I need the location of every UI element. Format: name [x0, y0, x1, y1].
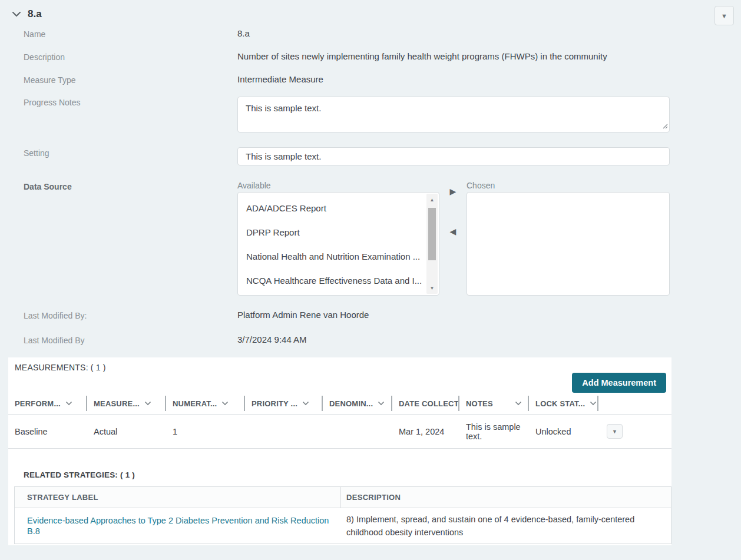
last-modified-date-value: 3/7/2024 9:44 AM — [237, 334, 670, 345]
column-header-measure[interactable]: MEASURE... — [87, 393, 166, 414]
transfer-arrows: ▶ ◀ — [439, 181, 467, 296]
cell-denominator — [323, 428, 392, 435]
column-header-notes[interactable]: NOTES — [459, 393, 529, 414]
last-modified-date-label: Last Modified By — [24, 334, 237, 345]
setting-label: Setting — [24, 147, 237, 165]
column-header-actions — [598, 393, 671, 414]
related-strategies-table-header: STRATEGY LABEL DESCRIPTION — [15, 487, 671, 508]
chosen-listbox[interactable] — [467, 192, 670, 296]
sort-chevron-icon[interactable] — [221, 401, 229, 406]
collapse-chevron-icon[interactable] — [12, 11, 21, 17]
available-listbox[interactable]: ADA/ADCES Report DPRP Report National He… — [237, 192, 439, 296]
list-item[interactable]: DPRP Report — [238, 220, 439, 244]
column-header-priority[interactable]: PRIORITY ... — [245, 393, 323, 414]
related-strategies-table: STRATEGY LABEL DESCRIPTION Evidence-base… — [14, 486, 671, 544]
cell-notes: This is sample text. — [459, 419, 529, 445]
name-label: Name — [24, 28, 237, 39]
progress-notes-textarea[interactable]: This is sample text. — [237, 97, 670, 132]
description-value: Number of sites newly implementing famil… — [237, 51, 670, 62]
sort-chevron-icon[interactable] — [302, 401, 309, 406]
column-header-denominator[interactable]: DENOMIN... — [323, 393, 392, 414]
measurements-table-header: PERFORM... MEASURE... NUMERAT... PRIORIT… — [8, 393, 671, 415]
column-header-lock-status[interactable]: LOCK STAT... — [529, 393, 598, 414]
measurements-title: MEASUREMENTS: ( 1 ) — [8, 357, 671, 372]
available-list-scrollbar[interactable]: ▲ ▼ — [426, 194, 438, 294]
form-row-last-modified-user: Last Modified By: Platform Admin Rene va… — [24, 310, 670, 320]
move-right-icon[interactable]: ▶ — [439, 187, 467, 196]
column-header-description[interactable]: DESCRIPTION — [341, 487, 671, 508]
measure-type-value: Intermediate Measure — [237, 74, 670, 85]
list-item[interactable]: ADA/ADCES Report — [238, 196, 439, 220]
chosen-list-label: Chosen — [467, 181, 670, 190]
sort-chevron-icon[interactable] — [65, 401, 72, 406]
cell-strategy-description: 8) Implement, spread, and sustain one of… — [341, 508, 671, 544]
scrollbar-thumb[interactable] — [428, 208, 436, 260]
cell-date-collected: Mar 1, 2024 — [392, 423, 459, 440]
dropdown-arrow-icon: ▼ — [612, 429, 617, 435]
form-row-measure-type: Measure Type Intermediate Measure — [24, 74, 670, 85]
available-list-label: Available — [237, 181, 439, 190]
form-row-description: Description Number of sites newly implem… — [24, 51, 670, 62]
dropdown-arrow-icon: ▼ — [721, 12, 727, 19]
sort-chevron-icon[interactable] — [515, 401, 522, 406]
row-actions-dropdown-button[interactable]: ▼ — [607, 424, 623, 439]
column-header-date-collected[interactable]: DATE COLLECT... — [392, 393, 459, 414]
list-item[interactable]: National Health and Nutrition Examinatio… — [238, 244, 439, 269]
data-source-dual-listbox: Available ADA/ADCES Report DPRP Report N… — [237, 181, 670, 296]
column-header-strategy-label[interactable]: STRATEGY LABEL — [15, 487, 341, 508]
cell-lock-status: Unlocked — [529, 423, 598, 440]
cell-numerator: 1 — [166, 423, 245, 440]
last-modified-user-value: Platform Admin Rene van Hoorde — [237, 310, 670, 320]
table-row: Evidence-based Approaches to Type 2 Diab… — [15, 508, 671, 544]
last-modified-user-label: Last Modified By: — [24, 310, 237, 320]
strategy-link[interactable]: Evidence-based Approaches to Type 2 Diab… — [27, 516, 329, 536]
column-header-performance[interactable]: PERFORM... — [8, 393, 87, 414]
section-header: 8.a ▼ — [0, 0, 741, 20]
progress-notes-label: Progress Notes — [24, 97, 237, 134]
cell-priority — [245, 428, 323, 435]
form-row-setting: Setting — [24, 147, 670, 165]
add-measurement-button[interactable]: Add Measurement — [572, 373, 666, 393]
scroll-up-icon[interactable]: ▲ — [426, 195, 438, 204]
sort-chevron-icon[interactable] — [590, 401, 597, 406]
measure-form: Name 8.a Description Number of sites new… — [0, 28, 741, 345]
form-row-data-source: Data Source Available ADA/ADCES Report D… — [24, 181, 670, 296]
sort-chevron-icon[interactable] — [378, 401, 385, 406]
move-left-icon[interactable]: ◀ — [439, 227, 467, 236]
name-value: 8.a — [237, 28, 670, 39]
related-strategies-title: RELATED STRATEGIES: ( 1 ) — [8, 465, 671, 479]
sort-chevron-icon[interactable] — [144, 401, 151, 406]
description-label: Description — [24, 51, 237, 62]
form-row-progress-notes: Progress Notes This is sample text. — [24, 97, 670, 134]
column-header-numerator[interactable]: NUMERAT... — [166, 393, 245, 414]
data-source-label: Data Source — [24, 181, 237, 296]
measure-type-label: Measure Type — [24, 74, 237, 85]
page-title: 8.a — [28, 8, 42, 20]
cell-performance: Baseline — [8, 423, 87, 440]
cell-measure: Actual — [87, 423, 166, 440]
form-row-last-modified-date: Last Modified By 3/7/2024 9:44 AM — [24, 334, 670, 345]
table-row: Baseline Actual 1 Mar 1, 2024 This is sa… — [8, 415, 671, 449]
list-item[interactable]: NCQA Healthcare Effectiveness Data and I… — [238, 269, 439, 293]
form-row-name: Name 8.a — [24, 28, 670, 39]
measurements-panel: MEASUREMENTS: ( 1 ) Add Measurement PERF… — [8, 357, 671, 545]
header-dropdown-button[interactable]: ▼ — [714, 6, 734, 25]
setting-input[interactable] — [237, 147, 670, 165]
scroll-down-icon[interactable]: ▼ — [426, 283, 438, 293]
